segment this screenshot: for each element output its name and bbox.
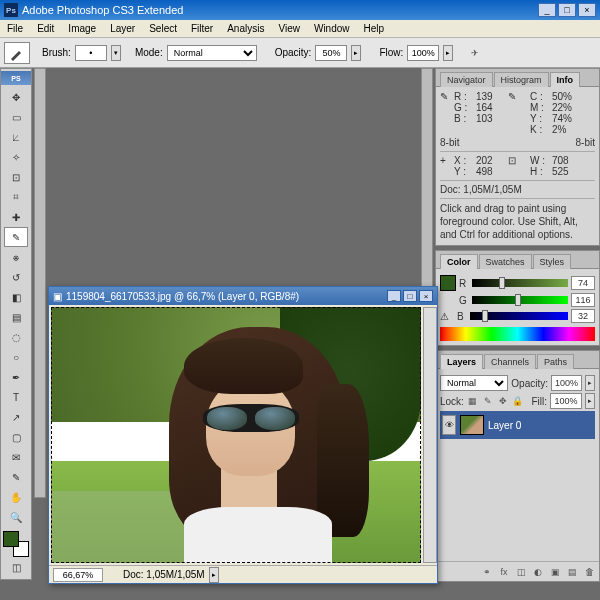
- g-value[interactable]: 116: [571, 293, 595, 307]
- eraser-tool[interactable]: ◧: [4, 287, 28, 307]
- image-content[interactable]: [51, 307, 421, 563]
- tab-histogram[interactable]: Histogram: [494, 72, 549, 87]
- layer-thumbnail[interactable]: [460, 415, 484, 435]
- menu-analysis[interactable]: Analysis: [220, 21, 271, 36]
- layer-style-icon[interactable]: fx: [498, 566, 510, 578]
- lock-transparent-icon[interactable]: ▦: [467, 395, 479, 407]
- minimize-button[interactable]: _: [538, 3, 556, 17]
- shape-tool[interactable]: ▢: [4, 427, 28, 447]
- menu-file[interactable]: File: [0, 21, 30, 36]
- opacity-dropdown[interactable]: ▸: [351, 45, 361, 61]
- layer-fill-field[interactable]: 100%: [550, 393, 582, 409]
- toolbox-header[interactable]: PS: [1, 71, 31, 85]
- notes-tool[interactable]: ✉: [4, 447, 28, 467]
- r-value[interactable]: 74: [571, 276, 595, 290]
- blend-mode-select[interactable]: Normal: [167, 45, 257, 61]
- quickmask-toggle[interactable]: ◫: [4, 557, 28, 577]
- tab-paths[interactable]: Paths: [537, 354, 574, 369]
- b-slider[interactable]: [470, 312, 568, 320]
- maximize-button[interactable]: □: [558, 3, 576, 17]
- menu-help[interactable]: Help: [357, 21, 392, 36]
- tab-layers[interactable]: Layers: [440, 354, 483, 369]
- airbrush-icon[interactable]: ✈: [469, 47, 481, 59]
- delete-layer-icon[interactable]: 🗑: [583, 566, 595, 578]
- menu-view[interactable]: View: [271, 21, 307, 36]
- wand-tool[interactable]: ✧: [4, 147, 28, 167]
- marquee-tool[interactable]: ▭: [4, 107, 28, 127]
- layer-opacity-field[interactable]: 100%: [551, 375, 582, 391]
- color-swatches[interactable]: [3, 531, 29, 557]
- menu-layer[interactable]: Layer: [103, 21, 142, 36]
- layer-fill-dropdown[interactable]: ▸: [585, 393, 595, 409]
- menu-filter[interactable]: Filter: [184, 21, 220, 36]
- gradient-tool[interactable]: ▤: [4, 307, 28, 327]
- zoom-tool[interactable]: 🔍: [4, 507, 28, 527]
- lock-all-icon[interactable]: 🔒: [512, 395, 524, 407]
- tab-styles[interactable]: Styles: [533, 254, 572, 269]
- canvas[interactable]: [51, 307, 421, 563]
- menu-image[interactable]: Image: [61, 21, 103, 36]
- doc-minimize-button[interactable]: _: [387, 290, 401, 302]
- path-tool[interactable]: ↗: [4, 407, 28, 427]
- menu-edit[interactable]: Edit: [30, 21, 61, 36]
- link-layers-icon[interactable]: ⚭: [481, 566, 493, 578]
- layer-blend-mode[interactable]: Normal: [440, 375, 508, 391]
- menu-select[interactable]: Select: [142, 21, 184, 36]
- slice-tool[interactable]: ⌗: [4, 187, 28, 207]
- info-color-readout: ✎R :139✎C :50% G :164M :22% B :103Y :74%…: [440, 91, 595, 135]
- mode-label: Mode:: [135, 47, 163, 58]
- tool-preset-picker[interactable]: [4, 42, 30, 64]
- tab-swatches[interactable]: Swatches: [479, 254, 532, 269]
- layer-opacity-dropdown[interactable]: ▸: [585, 375, 595, 391]
- pen-tool[interactable]: ✒: [4, 367, 28, 387]
- stamp-tool[interactable]: ⎈: [4, 247, 28, 267]
- tab-color[interactable]: Color: [440, 254, 478, 269]
- tab-navigator[interactable]: Navigator: [440, 72, 493, 87]
- layer-mask-icon[interactable]: ◫: [515, 566, 527, 578]
- move-tool[interactable]: ✥: [4, 87, 28, 107]
- tab-channels[interactable]: Channels: [484, 354, 536, 369]
- window-titlebar: Ps Adobe Photoshop CS3 Extended _ □ ×: [0, 0, 600, 20]
- opacity-field[interactable]: 50%: [315, 45, 347, 61]
- b-value[interactable]: 32: [571, 309, 595, 323]
- layer-name[interactable]: Layer 0: [488, 420, 521, 431]
- zoom-field[interactable]: 66,67%: [53, 568, 103, 582]
- menu-window[interactable]: Window: [307, 21, 357, 36]
- close-button[interactable]: ×: [578, 3, 596, 17]
- vertical-scrollbar[interactable]: [423, 307, 437, 563]
- doc-maximize-button[interactable]: □: [403, 290, 417, 302]
- history-brush-tool[interactable]: ↺: [4, 267, 28, 287]
- color-panel: Color Swatches Styles R74 G116 ⚠B32: [435, 250, 600, 346]
- visibility-icon[interactable]: 👁: [442, 415, 456, 435]
- group-icon[interactable]: ▣: [549, 566, 561, 578]
- color-panel-swatch[interactable]: [440, 275, 456, 291]
- fill-label: Fill:: [531, 396, 547, 407]
- lock-position-icon[interactable]: ✥: [497, 395, 509, 407]
- new-layer-icon[interactable]: ▤: [566, 566, 578, 578]
- brush-tool[interactable]: ✎: [4, 227, 28, 247]
- brush-picker[interactable]: •: [75, 45, 107, 61]
- hand-tool[interactable]: ✋: [4, 487, 28, 507]
- type-tool[interactable]: T: [4, 387, 28, 407]
- crop-tool[interactable]: ⊡: [4, 167, 28, 187]
- doc-info-menu[interactable]: ▸: [209, 567, 219, 583]
- adjustment-layer-icon[interactable]: ◐: [532, 566, 544, 578]
- dock-strip-left[interactable]: [34, 68, 46, 498]
- flow-field[interactable]: 100%: [407, 45, 439, 61]
- doc-close-button[interactable]: ×: [419, 290, 433, 302]
- brush-dropdown[interactable]: ▾: [111, 45, 121, 61]
- g-slider[interactable]: [472, 296, 568, 304]
- eyedropper-tool[interactable]: ✎: [4, 467, 28, 487]
- blur-tool[interactable]: ◌: [4, 327, 28, 347]
- layer-row[interactable]: 👁 Layer 0: [440, 411, 595, 439]
- r-slider[interactable]: [472, 279, 568, 287]
- tab-info[interactable]: Info: [550, 72, 581, 87]
- dodge-tool[interactable]: ○: [4, 347, 28, 367]
- document-titlebar[interactable]: ▣ 1159804_66170533.jpg @ 66,7% (Layer 0,…: [49, 287, 437, 305]
- color-spectrum[interactable]: [440, 327, 595, 341]
- flow-dropdown[interactable]: ▸: [443, 45, 453, 61]
- foreground-color[interactable]: [3, 531, 19, 547]
- lock-paint-icon[interactable]: ✎: [482, 395, 494, 407]
- healing-tool[interactable]: ✚: [4, 207, 28, 227]
- lasso-tool[interactable]: ⟀: [4, 127, 28, 147]
